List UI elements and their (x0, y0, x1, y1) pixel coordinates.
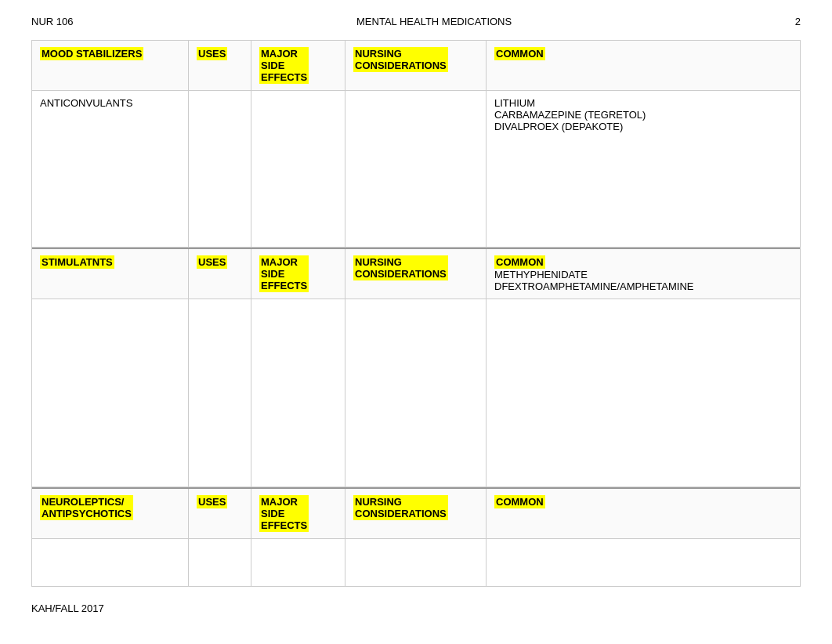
stimulants-label: STIMULATNTS (40, 255, 114, 269)
stimulants-uses-content (189, 299, 251, 487)
stimulants-nursing: NURSINGCONSIDERATIONS (345, 249, 487, 298)
stimulants-category: STIMULATNTS (32, 249, 189, 298)
header-left: NUR 106 (31, 16, 73, 27)
neuroleptics-nursing-content (345, 539, 487, 586)
neuroleptics-common-label: COMMON (494, 495, 545, 508)
neuroleptics-uses-content (189, 539, 251, 586)
neuroleptics-common-content (487, 539, 784, 586)
mood-stabilizers-label: MOOD STABILIZERS (40, 47, 143, 60)
header-center: MENTAL HEALTH MEDICATIONS (73, 16, 794, 27)
page: NUR 106 MENTAL HEALTH MEDICATIONS 2 MOOD… (0, 0, 832, 644)
stimulants-uses: USES (189, 249, 251, 298)
mood-stabilizers-subcategory: ANTICONVULANTS (32, 91, 189, 247)
stimulants-side-content (251, 299, 345, 487)
footer-text: KAH/FALL 2017 (31, 602, 104, 614)
neuroleptics-side: MAJORSIDEEFFECTS (251, 489, 345, 538)
main-table: MOOD STABILIZERS USES MAJORSIDEEFFECTS N… (31, 40, 801, 587)
stimulants-side-label: MAJORSIDEEFFECTS (259, 255, 309, 292)
mood-stabilizers-side-label: MAJORSIDEEFFECTS (259, 47, 309, 84)
header: NUR 106 MENTAL HEALTH MEDICATIONS 2 (31, 16, 801, 27)
mood-stabilizers-uses-label: USES (197, 47, 227, 60)
stimulants-common-label: COMMON (494, 255, 545, 269)
stimulants-side: MAJORSIDEEFFECTS (251, 249, 345, 298)
neuroleptics-uses: USES (189, 489, 251, 538)
neuroleptics-uses-label: USES (197, 495, 227, 508)
header-right: 2 (795, 16, 801, 27)
neuroleptics-content-row (32, 539, 800, 586)
neuroleptics-common-header: COMMON (487, 489, 784, 538)
neuroleptics-subcategory (32, 539, 189, 586)
mood-stabilizers-uses: USES (189, 41, 251, 90)
neuroleptics-label: NEUROLEPTICS/ANTIPSYCHOTICS (40, 495, 133, 520)
neuroleptics-side-label: MAJORSIDEEFFECTS (259, 495, 309, 532)
mood-stabilizers-drugs: LITHIUMCARBAMAZEPINE (TEGRETOL)DIVALPROE… (494, 97, 646, 132)
mood-stabilizers-nursing: NURSINGCONSIDERATIONS (345, 41, 487, 90)
stimulants-content-row (32, 299, 800, 487)
neuroleptics-side-content (251, 539, 345, 586)
stimulants-drugs: METHYPHENIDATEDFEXTROAMPHETAMINE/AMPHETA… (494, 269, 693, 292)
stimulants-nursing-label: NURSINGCONSIDERATIONS (353, 255, 448, 280)
mood-stabilizers-nursing-content (345, 91, 487, 247)
stimulants-header-row: STIMULATNTS USES MAJORSIDEEFFECTS NURSIN… (32, 248, 800, 299)
neuroleptics-nursing-label: NURSINGCONSIDERATIONS (353, 495, 448, 520)
stimulants-subcategory (32, 299, 189, 487)
anticonvulants-label: ANTICONVULANTS (40, 97, 132, 109)
stimulants-uses-label: USES (197, 255, 227, 269)
stimulants-common-content (487, 299, 784, 487)
stimulants-nursing-content (345, 299, 487, 487)
footer: KAH/FALL 2017 (31, 602, 801, 614)
mood-stabilizers-nursing-label: NURSINGCONSIDERATIONS (353, 47, 448, 72)
mood-stabilizers-side: MAJORSIDEEFFECTS (251, 41, 345, 90)
neuroleptics-category: NEUROLEPTICS/ANTIPSYCHOTICS (32, 489, 189, 538)
mood-stabilizers-common-content: LITHIUMCARBAMAZEPINE (TEGRETOL)DIVALPROE… (487, 91, 784, 247)
mood-stabilizers-common-header: COMMON (487, 41, 784, 90)
neuroleptics-header-row: NEUROLEPTICS/ANTIPSYCHOTICS USES MAJORSI… (32, 487, 800, 539)
mood-stabilizers-common-label: COMMON (494, 47, 545, 60)
mood-stabilizers-category: MOOD STABILIZERS (32, 41, 189, 90)
mood-stabilizers-side-content (251, 91, 345, 247)
mood-stabilizers-content-row: ANTICONVULANTS LITHIUMCARBAMAZEPINE (TEG… (32, 91, 800, 248)
stimulants-common-header: COMMON METHYPHENIDATEDFEXTROAMPHETAMINE/… (487, 249, 784, 298)
mood-stabilizers-uses-content (189, 91, 251, 247)
mood-stabilizers-header-row: MOOD STABILIZERS USES MAJORSIDEEFFECTS N… (32, 41, 800, 91)
neuroleptics-nursing: NURSINGCONSIDERATIONS (345, 489, 487, 538)
